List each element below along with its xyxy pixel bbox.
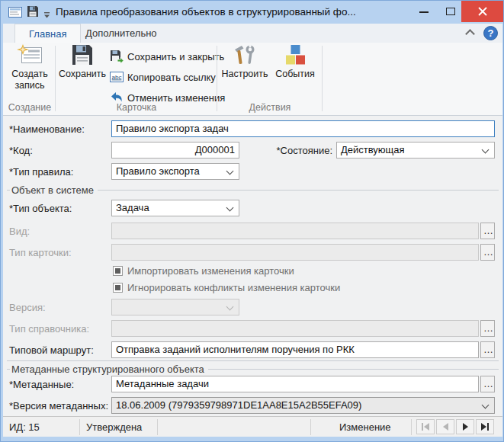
create-record-icon <box>17 44 43 66</box>
next-record-button[interactable] <box>456 419 474 434</box>
chevron-down-icon <box>226 303 234 311</box>
route-field-label: Типовой маршрут: <box>9 344 94 356</box>
ribbon: Создать запись Создание Сохранить <box>3 43 502 116</box>
first-record-icon <box>422 423 423 431</box>
window-title: Правила преобразования объектов в структ… <box>56 6 356 18</box>
approval-state-status: Утверждена <box>86 421 142 433</box>
close-button[interactable] <box>461 1 503 22</box>
object-type-field-label: *Тип объекта: <box>9 203 72 214</box>
ref-type-lookup-button[interactable]: … <box>480 320 495 337</box>
first-record-button[interactable] <box>416 419 435 434</box>
view-field-label: Вид: <box>9 226 30 237</box>
route-lookup-button[interactable]: … <box>480 341 495 358</box>
tab-additional[interactable]: Дополнительно <box>72 24 171 43</box>
name-field-label: *Наименование: <box>9 123 85 135</box>
status-separator <box>310 419 311 435</box>
metadata-field[interactable]: Метаданные задачи <box>111 376 479 392</box>
rule-type-combobox-value: Правило экспорта <box>116 165 200 177</box>
card-form: *Наименование: Правило экспорта задач *К… <box>3 116 502 416</box>
ignore-conflicts-checkbox[interactable] <box>113 283 123 293</box>
group-label-actions: Действия <box>220 102 319 113</box>
section-divider <box>7 360 499 361</box>
import-changes-checkbox-row: Импортировать изменения карточки <box>113 265 294 277</box>
save-icon <box>71 44 94 66</box>
title-bar: Правила преобразования объектов в структ… <box>1 1 503 24</box>
ellipsis-icon: … <box>483 382 493 386</box>
ignore-conflicts-checkbox-row: Игнорировать конфликты изменения карточк… <box>113 282 340 293</box>
import-changes-checkbox[interactable] <box>113 266 123 276</box>
window-content: Главная Дополнительно ? Создать запись С… <box>3 24 502 437</box>
metadata-version-field-label: *Версия метаданных: <box>9 400 108 412</box>
create-record-button[interactable]: Создать запись <box>5 44 54 102</box>
route-field-value: Отправка заданий исполнителям поручения … <box>116 344 355 355</box>
code-field[interactable]: Д000001 <box>111 142 239 159</box>
card-type-field <box>111 244 479 261</box>
name-field[interactable]: Правило экспорта задач <box>111 120 495 137</box>
svg-text:abc: abc <box>112 74 122 81</box>
save-and-close-label: Сохранить и закрыть <box>127 51 224 62</box>
help-button[interactable]: ? <box>483 26 498 40</box>
chevron-down-icon[interactable] <box>482 402 490 409</box>
ref-type-field-label: Тип справочника: <box>9 323 89 335</box>
chevron-down-icon[interactable] <box>226 168 234 175</box>
metadata-version-combobox[interactable]: 18.06.2009 (7979359798971DE1AA8E15A2B55E… <box>111 397 495 414</box>
card-type-lookup-button[interactable]: … <box>480 244 495 261</box>
version-combobox <box>111 299 239 315</box>
minimize-icon <box>419 11 429 13</box>
metadata-lookup-button[interactable]: … <box>480 376 495 392</box>
route-field[interactable]: Отправка заданий исполнителям поручения … <box>111 341 479 358</box>
state-field-label: *Состояние: <box>252 145 332 156</box>
state-combobox-value: Действующая <box>341 144 405 155</box>
copy-link-icon: abc <box>110 71 124 83</box>
metadata-version-value: 18.06.2009 (7979359798971DE1AA8E15A2B55E… <box>116 399 361 411</box>
code-field-label: *Код: <box>9 145 33 156</box>
section-object-in-system: Объект в системе <box>7 184 499 196</box>
section-object-title: Объект в системе <box>10 184 98 196</box>
ref-type-field <box>111 320 479 337</box>
close-icon <box>478 7 487 16</box>
previous-record-button[interactable] <box>436 419 454 434</box>
next-record-icon <box>463 423 468 431</box>
view-field <box>111 223 479 239</box>
chevron-down-icon[interactable] <box>226 204 234 212</box>
save-and-close-button[interactable]: Сохранить и закрыть <box>110 47 224 66</box>
tab-main-label: Главная <box>29 28 66 40</box>
copy-link-button[interactable]: abc Копировать ссылку <box>110 68 216 86</box>
configure-label: Настроить <box>221 69 268 80</box>
qat-dropdown-icon[interactable] <box>43 9 50 21</box>
view-lookup-button[interactable]: … <box>480 223 495 239</box>
metadata-field-label: *Метаданные: <box>9 379 74 390</box>
metadata-field-value: Метаданные задачи <box>116 378 209 389</box>
events-label: События <box>275 69 315 80</box>
object-type-combobox[interactable]: Задача <box>111 200 239 216</box>
state-combobox[interactable]: Действующая <box>336 142 495 159</box>
group-label-card: Карточка <box>58 102 215 113</box>
save-label: Сохранить <box>59 69 106 80</box>
status-bar: ИД: 15 Утверждена Изменение <box>3 416 502 437</box>
help-icon: ? <box>488 27 494 39</box>
quick-save-icon[interactable] <box>27 5 39 20</box>
tab-additional-label: Дополнительно <box>85 27 157 39</box>
events-icon <box>284 44 307 66</box>
version-field-label: Версия: <box>9 302 46 313</box>
card-window-icon[interactable] <box>8 6 22 21</box>
save-button[interactable]: Сохранить <box>58 44 107 102</box>
code-field-value: Д000001 <box>195 144 235 155</box>
collapse-ribbon-icon[interactable] <box>465 29 475 39</box>
maximize-icon <box>446 8 455 15</box>
events-button[interactable]: События <box>271 44 319 102</box>
object-type-combobox-value: Задача <box>116 202 149 213</box>
record-id-status: ИД: 15 <box>9 421 40 433</box>
group-separator <box>55 46 56 111</box>
mode-status: Изменение <box>339 421 391 433</box>
configure-button[interactable]: Настроить <box>220 44 269 102</box>
chevron-down-icon[interactable] <box>482 146 490 154</box>
ellipsis-icon: … <box>483 250 493 255</box>
configure-icon <box>233 44 256 66</box>
group-separator <box>322 46 323 111</box>
rule-type-combobox[interactable]: Правило экспорта <box>111 163 239 180</box>
last-record-button[interactable] <box>476 419 494 434</box>
card-type-field-label: Тип карточки: <box>9 247 72 258</box>
section-line <box>208 369 499 370</box>
ignore-conflicts-label: Игнорировать конфликты изменения карточк… <box>127 282 340 293</box>
